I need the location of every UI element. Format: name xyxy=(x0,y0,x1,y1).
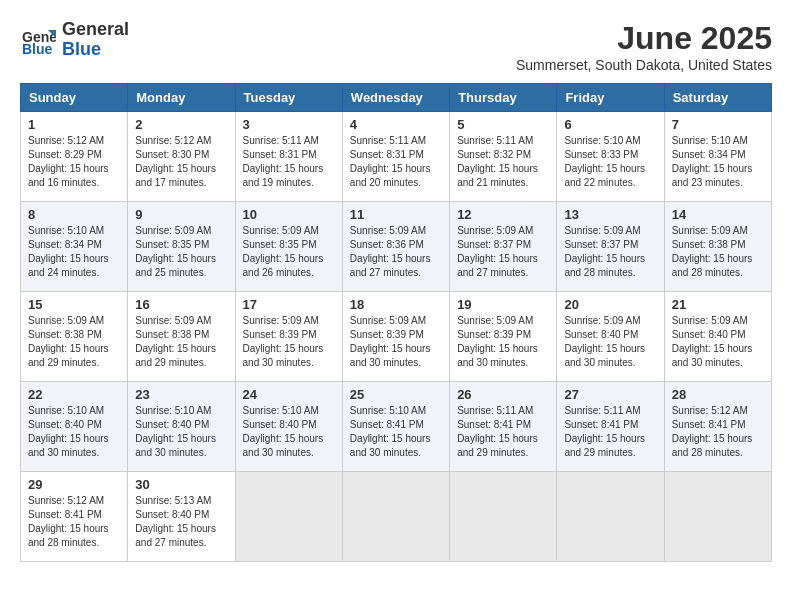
day-info: Sunrise: 5:13 AMSunset: 8:40 PMDaylight:… xyxy=(135,495,216,548)
day-number: 25 xyxy=(350,387,442,402)
calendar-week-row: 1 Sunrise: 5:12 AMSunset: 8:29 PMDayligh… xyxy=(21,112,772,202)
day-number: 16 xyxy=(135,297,227,312)
header-tuesday: Tuesday xyxy=(235,84,342,112)
calendar-day-cell: 4 Sunrise: 5:11 AMSunset: 8:31 PMDayligh… xyxy=(342,112,449,202)
header-wednesday: Wednesday xyxy=(342,84,449,112)
calendar-day-cell xyxy=(664,472,771,562)
calendar-day-cell: 6 Sunrise: 5:10 AMSunset: 8:33 PMDayligh… xyxy=(557,112,664,202)
day-info: Sunrise: 5:10 AMSunset: 8:41 PMDaylight:… xyxy=(350,405,431,458)
day-number: 8 xyxy=(28,207,120,222)
header-monday: Monday xyxy=(128,84,235,112)
day-number: 11 xyxy=(350,207,442,222)
header-thursday: Thursday xyxy=(450,84,557,112)
day-number: 17 xyxy=(243,297,335,312)
day-number: 26 xyxy=(457,387,549,402)
calendar-day-cell: 9 Sunrise: 5:09 AMSunset: 8:35 PMDayligh… xyxy=(128,202,235,292)
day-number: 6 xyxy=(564,117,656,132)
day-info: Sunrise: 5:11 AMSunset: 8:32 PMDaylight:… xyxy=(457,135,538,188)
day-number: 4 xyxy=(350,117,442,132)
day-number: 21 xyxy=(672,297,764,312)
day-info: Sunrise: 5:11 AMSunset: 8:41 PMDaylight:… xyxy=(457,405,538,458)
calendar-day-cell: 28 Sunrise: 5:12 AMSunset: 8:41 PMDaylig… xyxy=(664,382,771,472)
day-number: 3 xyxy=(243,117,335,132)
weekday-header-row: Sunday Monday Tuesday Wednesday Thursday… xyxy=(21,84,772,112)
calendar-day-cell xyxy=(557,472,664,562)
day-number: 28 xyxy=(672,387,764,402)
day-number: 9 xyxy=(135,207,227,222)
logo-general-text: General xyxy=(62,19,129,39)
day-info: Sunrise: 5:09 AMSunset: 8:39 PMDaylight:… xyxy=(457,315,538,368)
location-title: Summerset, South Dakota, United States xyxy=(516,57,772,73)
calendar-day-cell: 24 Sunrise: 5:10 AMSunset: 8:40 PMDaylig… xyxy=(235,382,342,472)
logo-icon: General Blue xyxy=(20,22,56,58)
day-info: Sunrise: 5:09 AMSunset: 8:35 PMDaylight:… xyxy=(243,225,324,278)
logo: General Blue General Blue xyxy=(20,20,129,60)
calendar-week-row: 15 Sunrise: 5:09 AMSunset: 8:38 PMDaylig… xyxy=(21,292,772,382)
calendar-week-row: 29 Sunrise: 5:12 AMSunset: 8:41 PMDaylig… xyxy=(21,472,772,562)
day-number: 19 xyxy=(457,297,549,312)
calendar-day-cell: 2 Sunrise: 5:12 AMSunset: 8:30 PMDayligh… xyxy=(128,112,235,202)
calendar-day-cell: 10 Sunrise: 5:09 AMSunset: 8:35 PMDaylig… xyxy=(235,202,342,292)
calendar-day-cell: 21 Sunrise: 5:09 AMSunset: 8:40 PMDaylig… xyxy=(664,292,771,382)
calendar-day-cell: 16 Sunrise: 5:09 AMSunset: 8:38 PMDaylig… xyxy=(128,292,235,382)
calendar-day-cell: 22 Sunrise: 5:10 AMSunset: 8:40 PMDaylig… xyxy=(21,382,128,472)
day-info: Sunrise: 5:10 AMSunset: 8:40 PMDaylight:… xyxy=(28,405,109,458)
calendar-day-cell: 19 Sunrise: 5:09 AMSunset: 8:39 PMDaylig… xyxy=(450,292,557,382)
day-info: Sunrise: 5:12 AMSunset: 8:29 PMDaylight:… xyxy=(28,135,109,188)
calendar-day-cell: 13 Sunrise: 5:09 AMSunset: 8:37 PMDaylig… xyxy=(557,202,664,292)
day-info: Sunrise: 5:09 AMSunset: 8:37 PMDaylight:… xyxy=(457,225,538,278)
day-number: 10 xyxy=(243,207,335,222)
calendar-day-cell: 30 Sunrise: 5:13 AMSunset: 8:40 PMDaylig… xyxy=(128,472,235,562)
calendar-day-cell: 12 Sunrise: 5:09 AMSunset: 8:37 PMDaylig… xyxy=(450,202,557,292)
day-number: 27 xyxy=(564,387,656,402)
day-number: 23 xyxy=(135,387,227,402)
day-number: 22 xyxy=(28,387,120,402)
calendar-day-cell: 27 Sunrise: 5:11 AMSunset: 8:41 PMDaylig… xyxy=(557,382,664,472)
day-info: Sunrise: 5:09 AMSunset: 8:40 PMDaylight:… xyxy=(564,315,645,368)
logo-blue-text: Blue xyxy=(62,39,101,59)
calendar-day-cell: 7 Sunrise: 5:10 AMSunset: 8:34 PMDayligh… xyxy=(664,112,771,202)
calendar-day-cell: 14 Sunrise: 5:09 AMSunset: 8:38 PMDaylig… xyxy=(664,202,771,292)
day-info: Sunrise: 5:10 AMSunset: 8:40 PMDaylight:… xyxy=(135,405,216,458)
day-info: Sunrise: 5:12 AMSunset: 8:30 PMDaylight:… xyxy=(135,135,216,188)
day-info: Sunrise: 5:10 AMSunset: 8:40 PMDaylight:… xyxy=(243,405,324,458)
day-info: Sunrise: 5:09 AMSunset: 8:37 PMDaylight:… xyxy=(564,225,645,278)
calendar-day-cell: 3 Sunrise: 5:11 AMSunset: 8:31 PMDayligh… xyxy=(235,112,342,202)
calendar-day-cell xyxy=(235,472,342,562)
day-info: Sunrise: 5:10 AMSunset: 8:34 PMDaylight:… xyxy=(28,225,109,278)
day-info: Sunrise: 5:09 AMSunset: 8:38 PMDaylight:… xyxy=(135,315,216,368)
day-number: 29 xyxy=(28,477,120,492)
day-info: Sunrise: 5:09 AMSunset: 8:36 PMDaylight:… xyxy=(350,225,431,278)
calendar-day-cell: 26 Sunrise: 5:11 AMSunset: 8:41 PMDaylig… xyxy=(450,382,557,472)
calendar-day-cell: 17 Sunrise: 5:09 AMSunset: 8:39 PMDaylig… xyxy=(235,292,342,382)
day-number: 14 xyxy=(672,207,764,222)
day-info: Sunrise: 5:09 AMSunset: 8:39 PMDaylight:… xyxy=(243,315,324,368)
calendar-day-cell: 20 Sunrise: 5:09 AMSunset: 8:40 PMDaylig… xyxy=(557,292,664,382)
day-number: 1 xyxy=(28,117,120,132)
day-info: Sunrise: 5:11 AMSunset: 8:31 PMDaylight:… xyxy=(243,135,324,188)
calendar-day-cell: 8 Sunrise: 5:10 AMSunset: 8:34 PMDayligh… xyxy=(21,202,128,292)
day-info: Sunrise: 5:11 AMSunset: 8:41 PMDaylight:… xyxy=(564,405,645,458)
calendar-day-cell xyxy=(450,472,557,562)
day-number: 18 xyxy=(350,297,442,312)
day-number: 12 xyxy=(457,207,549,222)
header-sunday: Sunday xyxy=(21,84,128,112)
calendar-week-row: 22 Sunrise: 5:10 AMSunset: 8:40 PMDaylig… xyxy=(21,382,772,472)
svg-text:Blue: Blue xyxy=(22,41,53,57)
day-info: Sunrise: 5:10 AMSunset: 8:33 PMDaylight:… xyxy=(564,135,645,188)
day-info: Sunrise: 5:09 AMSunset: 8:38 PMDaylight:… xyxy=(28,315,109,368)
day-number: 5 xyxy=(457,117,549,132)
day-info: Sunrise: 5:11 AMSunset: 8:31 PMDaylight:… xyxy=(350,135,431,188)
month-title: June 2025 xyxy=(516,20,772,57)
calendar-day-cell: 23 Sunrise: 5:10 AMSunset: 8:40 PMDaylig… xyxy=(128,382,235,472)
calendar-day-cell: 1 Sunrise: 5:12 AMSunset: 8:29 PMDayligh… xyxy=(21,112,128,202)
title-section: June 2025 Summerset, South Dakota, Unite… xyxy=(516,20,772,73)
calendar-table: Sunday Monday Tuesday Wednesday Thursday… xyxy=(20,83,772,562)
day-info: Sunrise: 5:12 AMSunset: 8:41 PMDaylight:… xyxy=(28,495,109,548)
day-info: Sunrise: 5:09 AMSunset: 8:39 PMDaylight:… xyxy=(350,315,431,368)
day-info: Sunrise: 5:09 AMSunset: 8:35 PMDaylight:… xyxy=(135,225,216,278)
day-number: 30 xyxy=(135,477,227,492)
header-saturday: Saturday xyxy=(664,84,771,112)
calendar-day-cell: 11 Sunrise: 5:09 AMSunset: 8:36 PMDaylig… xyxy=(342,202,449,292)
calendar-day-cell: 25 Sunrise: 5:10 AMSunset: 8:41 PMDaylig… xyxy=(342,382,449,472)
